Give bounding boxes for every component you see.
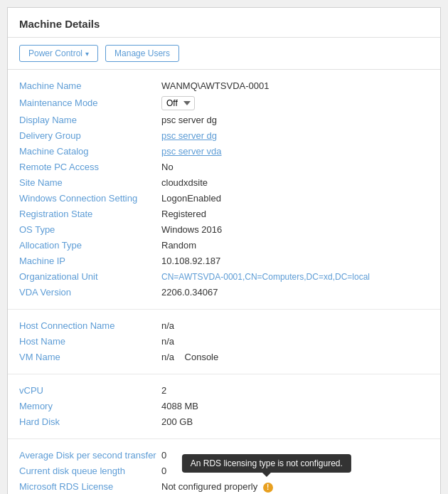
host-section: Host Connection Name n/a Host Name n/a V…	[8, 310, 440, 374]
host-name-label: Host Name	[19, 336, 161, 347]
rds-info-tooltip-container: ! An RDS licensing type is not configure…	[260, 481, 273, 493]
details-section: Machine Name WANMQ\AWTSVDA-0001 Maintena…	[8, 70, 440, 310]
machine-catalog-label: Machine Catalog	[19, 146, 161, 157]
machine-details-panel: Machine Details Power Control ▾ Manage U…	[7, 7, 441, 494]
org-unit-row: Organizational Unit CN=AWTSVDA-0001,CN=C…	[19, 269, 429, 285]
machine-catalog-value[interactable]: psc server vda	[161, 146, 429, 157]
power-control-button[interactable]: Power Control ▾	[19, 45, 98, 62]
os-type-row: OS Type Windows 2016	[19, 222, 429, 238]
delivery-group-row: Delivery Group psc server dg	[19, 128, 429, 144]
machine-name-label: Machine Name	[19, 80, 161, 91]
manage-users-label: Manage Users	[114, 48, 170, 58]
machine-name-row: Machine Name WANMQ\AWTSVDA-0001	[19, 78, 429, 94]
machine-catalog-row: Machine Catalog psc server vda	[19, 144, 429, 159]
metrics-section: Average Disk per second transfer 0 Curre…	[8, 439, 440, 494]
display-name-label: Display Name	[19, 115, 161, 125]
vm-name-row: VM Name n/a Console	[19, 350, 429, 365]
toolbar: Power Control ▾ Manage Users	[8, 38, 440, 70]
host-connection-row: Host Connection Name n/a	[19, 318, 429, 334]
rds-license-row: Microsoft RDS License Not configured pro…	[19, 479, 429, 494]
page-title: Machine Details	[8, 8, 440, 38]
org-unit-label: Organizational Unit	[19, 271, 161, 282]
rds-license-value: Not configured properly ! An RDS licensi…	[161, 481, 429, 493]
windows-connection-value: LogonEnabled	[161, 193, 429, 204]
maintenance-mode-value: Off On	[161, 96, 429, 110]
display-name-value: psc server dg	[161, 115, 429, 125]
maintenance-mode-select[interactable]: Off On	[161, 96, 195, 110]
vcpu-row: vCPU 2	[19, 383, 429, 399]
memory-value: 4088 MB	[161, 401, 429, 411]
allocation-type-value: Random	[161, 240, 429, 251]
disk-queue-label: Current disk queue length	[19, 466, 161, 476]
host-name-row: Host Name n/a	[19, 334, 429, 350]
remote-pc-row: Remote PC Access No	[19, 159, 429, 175]
hard-disk-row: Hard Disk 200 GB	[19, 414, 429, 430]
os-type-label: OS Type	[19, 224, 161, 235]
memory-row: Memory 4088 MB	[19, 399, 429, 414]
machine-ip-value: 10.108.92.187	[161, 256, 429, 266]
maintenance-mode-row: Maintenance Mode Off On	[19, 94, 429, 112]
machine-ip-label: Machine IP	[19, 256, 161, 266]
console-link[interactable]: Console	[185, 352, 219, 362]
allocation-type-row: Allocation Type Random	[19, 238, 429, 253]
vda-version-label: VDA Version	[19, 287, 161, 298]
remote-pc-label: Remote PC Access	[19, 162, 161, 172]
vm-name-value: n/a Console	[161, 352, 429, 362]
power-control-label: Power Control	[28, 48, 82, 58]
host-connection-value: n/a	[161, 320, 429, 331]
vda-version-value: 2206.0.34067	[161, 287, 429, 298]
windows-connection-row: Windows Connection Setting LogonEnabled	[19, 191, 429, 206]
os-type-value: Windows 2016	[161, 224, 429, 235]
site-name-value: cloudxdsite	[161, 177, 429, 188]
display-name-row: Display Name psc server dg	[19, 112, 429, 128]
vm-name-label: VM Name	[19, 352, 161, 362]
host-connection-label: Host Connection Name	[19, 320, 161, 331]
windows-connection-label: Windows Connection Setting	[19, 193, 161, 204]
vm-name-text: n/a	[161, 352, 174, 362]
rds-license-status[interactable]: Not configured properly	[161, 481, 257, 492]
delivery-group-value[interactable]: psc server dg	[161, 130, 429, 141]
hard-disk-value: 200 GB	[161, 416, 429, 427]
resources-section: vCPU 2 Memory 4088 MB Hard Disk 200 GB	[8, 374, 440, 439]
org-unit-value: CN=AWTSVDA-0001,CN=Computers,DC=xd,DC=lo…	[161, 272, 429, 282]
chevron-down-icon: ▾	[85, 50, 89, 58]
registration-state-value: Registered	[161, 209, 429, 219]
hard-disk-label: Hard Disk	[19, 416, 161, 427]
maintenance-mode-label: Maintenance Mode	[19, 98, 161, 108]
rds-license-label: Microsoft RDS License	[19, 481, 161, 492]
delivery-group-label: Delivery Group	[19, 130, 161, 141]
tooltip-box: An RDS licensing type is not configured.	[182, 454, 351, 473]
avg-disk-label: Average Disk per second transfer	[19, 450, 161, 461]
registration-state-row: Registration State Registered	[19, 206, 429, 222]
registration-state-label: Registration State	[19, 209, 161, 219]
site-name-row: Site Name cloudxdsite	[19, 175, 429, 191]
remote-pc-value: No	[161, 162, 429, 172]
vda-version-row: VDA Version 2206.0.34067	[19, 285, 429, 300]
machine-name-value: WANMQ\AWTSVDA-0001	[161, 80, 429, 91]
vcpu-value: 2	[161, 385, 429, 396]
site-name-label: Site Name	[19, 177, 161, 188]
manage-users-button[interactable]: Manage Users	[105, 45, 179, 62]
machine-ip-row: Machine IP 10.108.92.187	[19, 253, 429, 269]
allocation-type-label: Allocation Type	[19, 240, 161, 251]
vcpu-label: vCPU	[19, 385, 161, 396]
info-icon[interactable]: !	[263, 483, 273, 493]
memory-label: Memory	[19, 401, 161, 411]
host-name-value: n/a	[161, 336, 429, 347]
